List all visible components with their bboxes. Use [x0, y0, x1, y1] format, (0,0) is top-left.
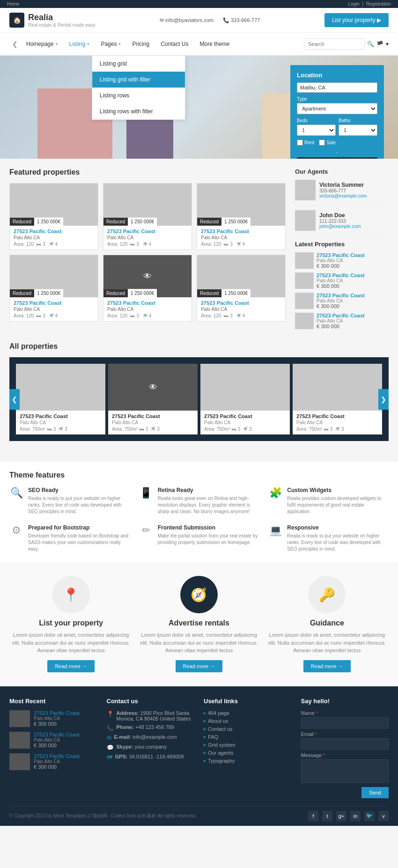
- filter-rent-check[interactable]: Rent: [297, 140, 314, 146]
- useful-link[interactable]: About us: [204, 718, 292, 724]
- nav-toggle[interactable]: ❮: [9, 33, 21, 55]
- all-prop-info: 27523 Pacific Coast Palo Alto CA Area: 7…: [293, 411, 382, 434]
- feature-name: Retina Ready: [158, 487, 259, 493]
- header-email: ✉ info@byaviators.com: [160, 17, 214, 23]
- features-section: Theme features 🔍 SEO Ready Realia is rea…: [0, 462, 398, 562]
- all-prop-image: 👁: [108, 364, 198, 411]
- all-prop-title[interactable]: 27523 Pacific Coast: [112, 413, 194, 419]
- cta-read-more-button[interactable]: Read more →: [47, 660, 94, 672]
- footer-prop-name[interactable]: 27523 Pacific Coast: [34, 753, 80, 759]
- lang-arrow[interactable]: ▾: [386, 41, 389, 47]
- prop-baths-icon: 🚿 4: [142, 313, 151, 318]
- useful-link[interactable]: Contact us: [204, 726, 292, 732]
- footer-bottom: © Copyright 2013 by More Templates 17素材网…: [9, 806, 389, 821]
- prop-area: Area: 120: [201, 242, 221, 247]
- useful-link[interactable]: Our agents: [204, 750, 292, 756]
- prop-info: 27523 Pacific Coast Palo Alto CA Area: 1…: [103, 226, 192, 250]
- all-prop-card: 👁 27523 Pacific Coast Palo Alto CA Area:…: [108, 364, 198, 434]
- prop-meta: Area: 120 🛏 3 🚿 4: [107, 313, 188, 318]
- registration-link[interactable]: Registration: [366, 1, 391, 7]
- agent-info: Victoria Summer 333-666-777 victoria@exa…: [319, 182, 367, 199]
- name-input[interactable]: [301, 717, 389, 728]
- search-input[interactable]: [304, 38, 365, 50]
- send-button[interactable]: Send: [361, 787, 389, 798]
- message-textarea[interactable]: [301, 759, 389, 783]
- footer-prop-name[interactable]: 27523 Pacific Coast: [34, 732, 80, 737]
- login-link[interactable]: Login: [348, 1, 359, 7]
- filter-type-label: Type: [297, 96, 377, 102]
- useful-link[interactable]: 404 page: [204, 710, 292, 716]
- search-icon[interactable]: 🔍: [367, 41, 374, 47]
- latest-prop-name[interactable]: 27523 Pacific Coast: [317, 272, 365, 278]
- social-linkedin[interactable]: in: [350, 811, 361, 821]
- social-twitter2[interactable]: t: [322, 811, 332, 821]
- nav-contact[interactable]: Contact Us: [155, 33, 194, 55]
- filter-baths-select[interactable]: 1: [339, 125, 377, 136]
- all-prop-info: 27523 Pacific Coast Palo Alto CA Area: 7…: [108, 411, 198, 434]
- nav-pricing[interactable]: Pricing: [126, 33, 155, 55]
- social-googleplus[interactable]: g+: [336, 811, 346, 821]
- lang-flag[interactable]: 🏴: [376, 41, 383, 47]
- slider-arrow-left[interactable]: ❮: [9, 389, 20, 410]
- prop-title[interactable]: 27523 Pacific Coast: [201, 300, 281, 306]
- filter-sale-check[interactable]: Sale: [319, 140, 336, 146]
- latest-prop-name[interactable]: 27523 Pacific Coast: [317, 293, 365, 298]
- agent-email[interactable]: john@example.com: [319, 224, 361, 229]
- prop-title[interactable]: 27523 Pacific Coast: [107, 228, 188, 234]
- filter-button[interactable]: Filter now!: [297, 157, 377, 159]
- dropdown-listing-rows-filter[interactable]: Listing rows with filter: [92, 103, 185, 119]
- prop-area: Area: 120: [107, 242, 127, 247]
- filter-type-select[interactable]: Apartment: [297, 103, 377, 114]
- all-prop-title[interactable]: 27523 Pacific Coast: [296, 413, 378, 419]
- all-prop-beds: 🛏 3: [324, 427, 332, 432]
- prop-baths-icon: 🚿 4: [48, 313, 58, 318]
- filter-location-input[interactable]: [297, 82, 377, 93]
- social-facebook[interactable]: f: [308, 811, 318, 821]
- useful-link[interactable]: Typography: [204, 758, 292, 764]
- all-prop-meta: Area: 750m² 🛏 3 🚿 3: [20, 427, 102, 432]
- latest-prop-name[interactable]: 27523 Pacific Coast: [317, 252, 365, 258]
- all-props-title: All properties: [9, 342, 389, 351]
- prop-title[interactable]: 27523 Pacific Coast: [14, 228, 94, 234]
- footer-prop-price: € 300 000: [34, 743, 80, 748]
- footer-recent-list: 27523 Pacific Coast Palo Alto CA € 300 0…: [9, 710, 97, 770]
- useful-link[interactable]: Grid system: [204, 742, 292, 748]
- prop-image: Reduced 1 250 000€: [10, 184, 98, 226]
- prop-location: Palo Alto CA: [201, 307, 281, 312]
- all-props-grid: 27523 Pacific Coast Palo Alto CA Area: 7…: [16, 364, 382, 434]
- social-vimeo[interactable]: v: [378, 811, 389, 821]
- all-prop-title[interactable]: 27523 Pacific Coast: [20, 413, 102, 419]
- agent-email[interactable]: victoria@example.com: [319, 193, 367, 199]
- latest-prop-name[interactable]: 27523 Pacific Coast: [317, 313, 365, 318]
- useful-link[interactable]: FAQ: [204, 734, 292, 740]
- footer-recent-info: 27523 Pacific Coast Palo Alto CA € 300 0…: [34, 710, 80, 727]
- cta-item: 🧭 Advertise rentals Lorem ipsum dolor si…: [137, 576, 260, 672]
- social-twitter[interactable]: 🐦: [364, 811, 375, 821]
- nav-more[interactable]: More theme: [194, 33, 235, 55]
- dropdown-listing-grid-filter[interactable]: Listing grid with filter: [92, 72, 185, 88]
- agent-name: Victoria Summer: [319, 182, 367, 188]
- nav-homepage[interactable]: Homepage ▾: [21, 33, 64, 55]
- dropdown-listing-rows[interactable]: Listing rows: [92, 88, 185, 103]
- nav-listing[interactable]: Listing ▾ Listing grid Listing grid with…: [64, 33, 96, 55]
- email-input-form[interactable]: [301, 738, 389, 750]
- all-prop-baths: 🚿 3: [242, 427, 251, 432]
- featured-prop-card: Reduced 1 250 000€ 27523 Pacific Coast P…: [197, 255, 286, 322]
- prop-title[interactable]: 27523 Pacific Coast: [14, 300, 94, 306]
- all-prop-title[interactable]: 27523 Pacific Coast: [204, 413, 286, 419]
- footer-prop-name[interactable]: 27523 Pacific Coast: [34, 710, 80, 716]
- dropdown-listing-grid[interactable]: Listing grid: [92, 56, 185, 72]
- nav-pages[interactable]: Pages ▾: [95, 33, 126, 55]
- prop-title[interactable]: 27523 Pacific Coast: [201, 228, 281, 234]
- slider-arrow-right[interactable]: ❯: [378, 389, 389, 410]
- all-prop-area: Area: 750m²: [20, 427, 45, 432]
- prop-title[interactable]: 27523 Pacific Coast: [107, 300, 188, 306]
- list-property-button[interactable]: List your property ▶: [324, 13, 389, 27]
- agent-avatar: [295, 180, 316, 200]
- cta-read-more-button[interactable]: Read more →: [176, 660, 222, 672]
- cta-read-more-button[interactable]: Read more →: [303, 660, 350, 672]
- header-contact: ✉ info@byaviators.com 📞 333-666-777: [160, 17, 260, 23]
- latest-prop-item: 27523 Pacific Coast Palo Alto CA € 300 0…: [295, 293, 389, 309]
- filter-beds-select[interactable]: 1: [297, 125, 336, 136]
- home-link[interactable]: Home: [7, 1, 20, 7]
